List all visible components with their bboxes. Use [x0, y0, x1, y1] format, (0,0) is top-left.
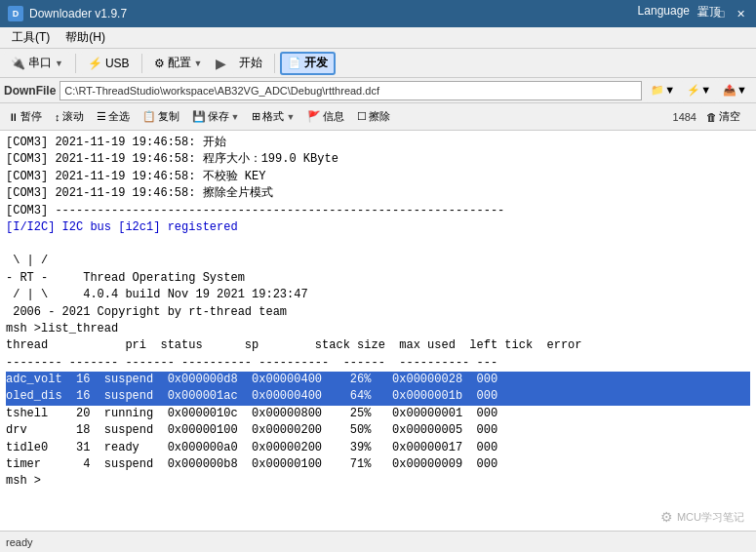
save-icon: 💾 — [192, 110, 206, 123]
toolbar-terminal: ⏸ 暂停 ↕ 滚动 ☰ 全选 📋 复制 💾 保存 ▼ ⊞ 格式 ▼ 🚩 信息 ☐… — [0, 103, 756, 131]
clear-all-button[interactable]: 🗑 清空 — [700, 106, 746, 128]
downfile-label: DownFile — [4, 84, 56, 98]
terminal-line: [COM3] 2021-11-19 19:46:58: 不校验 KEY — [6, 169, 750, 185]
select-all-label: 全选 — [108, 109, 130, 124]
com-dropdown-arrow: ▼ — [55, 59, 63, 68]
line-count: 1484 — [673, 111, 696, 123]
save-dropdown-arrow: ▼ — [231, 112, 240, 122]
format-button[interactable]: ⊞ 格式 ▼ — [246, 106, 300, 128]
top-right-controls: Language 置顶 — [638, 4, 721, 20]
select-all-icon: ☰ — [97, 110, 106, 123]
config-dropdown-arrow: ▼ — [194, 59, 203, 68]
erase-button[interactable]: ☐ 擦除 — [351, 106, 396, 128]
terminal-line: [COM3] ---------------------------------… — [6, 203, 750, 219]
line-count-area: 1484 🗑 清空 — [673, 106, 754, 128]
scroll-icon: ↕ — [55, 111, 60, 123]
separator-2 — [141, 54, 142, 73]
terminal-line: - RT - Thread Operating System — [6, 270, 750, 287]
select-all-button[interactable]: ☰ 全选 — [91, 106, 136, 128]
terminal-line — [6, 236, 750, 253]
usb-label: USB — [105, 57, 130, 70]
pin-label[interactable]: 置顶 — [697, 4, 721, 20]
dev-label: 开发 — [304, 55, 328, 71]
terminal-line: \ | / — [6, 253, 750, 269]
usb-icon: ⚡ — [88, 57, 102, 70]
start-button[interactable]: 开始 — [232, 52, 269, 75]
close-button[interactable]: ✕ — [733, 6, 748, 21]
terminal-line: [COM3] 2021-11-19 19:46:58: 开始 — [6, 135, 750, 151]
app-icon: D — [8, 6, 23, 21]
downfile-path-input[interactable] — [60, 81, 642, 100]
config-label: 配置 — [168, 55, 191, 71]
app-title: Downloader v1.9.7 — [29, 7, 694, 20]
terminal-line: msh > — [6, 473, 750, 490]
terminal-line: [COM3] 2021-11-19 19:46:58: 擦除全片模式 — [6, 185, 750, 202]
terminal-line: tshell 20 running 0x0000010c 0x00000800 … — [6, 406, 750, 422]
usb-button[interactable]: ⚡ USB — [81, 52, 137, 75]
terminal-line: msh >list_thread — [6, 321, 750, 337]
terminal-line: -------- ------- ------- ---------- ----… — [6, 355, 750, 372]
language-label[interactable]: Language — [638, 4, 690, 20]
erase-label: 擦除 — [369, 109, 390, 124]
menu-help[interactable]: 帮助(H) — [58, 27, 113, 48]
start-label: 开始 — [239, 55, 262, 71]
format-icon: ⊞ — [252, 110, 260, 123]
erase-icon: ☐ — [357, 110, 367, 123]
downfile-action-icons: 📁▼ ⚡▼ 📤▼ — [646, 79, 752, 102]
copy-button[interactable]: 📋 复制 — [137, 106, 185, 128]
terminal-line: tidle0 31 ready 0x000000a0 0x00000200 39… — [6, 440, 750, 456]
downfile-row: DownFile 📁▼ ⚡▼ 📤▼ — [0, 78, 756, 103]
terminal-line: oled_dis 16 suspend 0x000001ac 0x0000040… — [6, 388, 750, 405]
menu-bar: 工具(T) 帮助(H) — [0, 27, 756, 49]
info-button[interactable]: 🚩 信息 — [301, 106, 350, 128]
format-label: 格式 — [262, 109, 284, 124]
format-dropdown-arrow: ▼ — [286, 112, 295, 122]
clear-icon: 🗑 — [706, 111, 717, 123]
pause-label: 暂停 — [20, 109, 42, 124]
toolbar-main: 🔌 串口 ▼ ⚡ USB ⚙ 配置 ▼ ▶ 开始 📄 开发 — [0, 49, 756, 78]
com-icon: 🔌 — [11, 57, 25, 70]
scroll-label: 滚动 — [62, 109, 84, 124]
terminal-line: timer 4 suspend 0x000000b8 0x00000100 71… — [6, 456, 750, 473]
arrow-icon: ▶ — [216, 56, 226, 71]
terminal-line: adc_volt 16 suspend 0x000000d8 0x0000040… — [6, 372, 750, 388]
browse-button[interactable]: 📁▼ — [646, 79, 680, 102]
config-icon: ⚙ — [154, 57, 165, 70]
terminal-line: 2006 - 2021 Copyright by rt-thread team — [6, 304, 750, 321]
info-label: 信息 — [323, 109, 344, 124]
pause-icon: ⏸ — [8, 111, 19, 123]
menu-tools[interactable]: 工具(T) — [4, 27, 58, 48]
com-label: 串口 — [28, 55, 52, 71]
scroll-button[interactable]: ↕ 滚动 — [49, 106, 90, 128]
clear-all-label: 清空 — [719, 109, 740, 124]
info-icon: 🚩 — [307, 110, 321, 123]
copy-icon: 📋 — [142, 110, 156, 123]
terminal-line: [COM3] 2021-11-19 19:46:58: 程序大小：199.0 K… — [6, 151, 750, 168]
separator-1 — [75, 54, 76, 73]
dev-icon: 📄 — [288, 57, 301, 69]
terminal-line: [I/I2C] I2C bus [i2c1] registered — [6, 219, 750, 236]
status-bar: ready — [0, 531, 756, 552]
terminal-line: drv 18 suspend 0x00000100 0x00000200 50%… — [6, 422, 750, 439]
config-button[interactable]: ⚙ 配置 ▼ — [147, 52, 210, 75]
save-button[interactable]: 💾 保存 ▼ — [186, 106, 246, 128]
terminal-line: / | \ 4.0.4 build Nov 19 2021 19:23:47 — [6, 287, 750, 303]
dev-button[interactable]: 📄 开发 — [280, 52, 336, 75]
copy-label: 复制 — [158, 109, 179, 124]
separator-3 — [274, 54, 275, 73]
download-action-button[interactable]: ⚡▼ — [682, 79, 716, 102]
terminal-output[interactable]: [COM3] 2021-11-19 19:46:58: 开始[COM3] 202… — [0, 131, 756, 531]
com-port-button[interactable]: 🔌 串口 ▼ — [4, 52, 70, 75]
pause-button[interactable]: ⏸ 暂停 — [2, 106, 48, 128]
save-label: 保存 — [208, 109, 229, 124]
extra-button[interactable]: 📤▼ — [718, 79, 752, 102]
terminal-line: thread pri status sp stack size max used… — [6, 337, 750, 354]
title-bar: D Downloader v1.9.7 Language 置顶 ─ □ ✕ — [0, 0, 756, 27]
status-text: ready — [6, 536, 33, 548]
